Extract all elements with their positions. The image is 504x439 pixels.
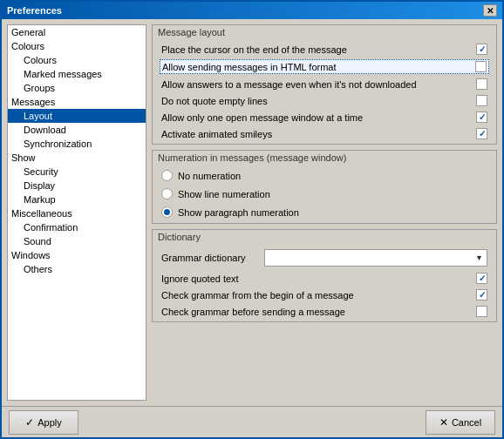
sidebar-item-misc-sound[interactable]: Sound [8, 234, 146, 248]
main-panel: Message layout Place the cursor on the e… [152, 24, 497, 401]
layout-checkbox-2[interactable] [476, 78, 487, 90]
preferences-window: Preferences ✕ GeneralColoursColoursMarke… [0, 0, 504, 439]
apply-icon: ✓ [25, 416, 34, 429]
dict-checkbox-2[interactable] [476, 306, 487, 317]
sidebar-item-colours[interactable]: Colours [8, 39, 146, 53]
cancel-icon: ✕ [439, 416, 448, 429]
sidebar-item-colours-marked[interactable]: Marked messages [8, 67, 146, 81]
numeration-section: Numeration in messages (message window) … [152, 150, 497, 224]
numeration-row-2: Show paragraph numeration [160, 205, 489, 220]
apply-label: Apply [37, 417, 62, 428]
sidebar-item-messages-layout[interactable]: Layout [8, 109, 146, 123]
numeration-radio-2[interactable] [161, 206, 173, 218]
sidebar-item-messages-download[interactable]: Download [8, 123, 146, 137]
dict-row-0: Ignore quoted text [160, 272, 489, 285]
layout-label-5: Activate animated smileys [161, 129, 476, 139]
sidebar-item-general[interactable]: General [8, 25, 146, 39]
sidebar-item-messages[interactable]: Messages [8, 95, 146, 109]
dict-row-2: Check grammar before sending a message [160, 305, 489, 318]
layout-checkbox-0[interactable] [476, 44, 487, 55]
window-title: Preferences [7, 5, 62, 16]
sidebar-item-show-display[interactable]: Display [8, 179, 146, 192]
numeration-radio-0[interactable] [161, 170, 173, 181]
dictionary-items: Grammar dictionary▼Ignore quoted textChe… [153, 244, 496, 321]
sidebar-item-misc[interactable]: Miscellaneous [8, 206, 146, 220]
sidebar-item-misc-confirm[interactable]: Confirmation [8, 220, 146, 234]
cancel-button[interactable]: ✕ Cancel [426, 410, 495, 435]
layout-row-3: Do not quote empty lines [160, 94, 489, 107]
sidebar-item-windows-others[interactable]: Others [8, 262, 146, 276]
message-layout-title: Message layout [153, 25, 496, 39]
layout-checkbox-4[interactable] [476, 111, 487, 123]
apply-button[interactable]: ✓ Apply [9, 410, 78, 435]
footer: ✓ Apply ✕ Cancel [2, 406, 502, 437]
dict-checkbox-1[interactable] [476, 289, 487, 301]
title-bar: Preferences ✕ [2, 2, 502, 19]
sidebar-item-windows[interactable]: Windows [8, 248, 146, 262]
numeration-items: No numerationShow line numerationShow pa… [153, 165, 496, 223]
layout-checkbox-3[interactable] [476, 95, 487, 106]
sidebar: GeneralColoursColoursMarked messagesGrou… [7, 24, 146, 401]
dictionary-title: Dictionary [153, 230, 496, 244]
layout-label-2: Allow answers to a message even when it'… [161, 79, 476, 90]
dictionary-section: Dictionary Grammar dictionary▼Ignore quo… [152, 229, 497, 322]
numeration-label-1: Show line numeration [178, 189, 487, 199]
layout-row-2: Allow answers to a message even when it'… [160, 78, 489, 91]
layout-row-4: Allow only one open message window at a … [160, 111, 489, 124]
numeration-radio-1[interactable] [161, 188, 173, 199]
layout-checkbox-5[interactable] [476, 128, 487, 139]
grammar-row: Grammar dictionary▼ [160, 247, 489, 268]
cancel-label: Cancel [452, 417, 481, 428]
numeration-row-1: Show line numeration [160, 186, 489, 201]
numeration-label-2: Show paragraph numeration [178, 207, 487, 218]
dict-label-2: Check grammar before sending a message [161, 307, 476, 317]
sidebar-item-show[interactable]: Show [8, 151, 146, 165]
layout-row-1: Allow sending messages in HTML format [160, 59, 489, 74]
sidebar-item-show-markup[interactable]: Markup [8, 192, 146, 206]
sidebar-item-colours-groups[interactable]: Groups [8, 81, 146, 95]
sidebar-item-colours-colours[interactable]: Colours [8, 53, 146, 67]
close-button[interactable]: ✕ [483, 4, 497, 17]
dict-label-1: Check grammar from the begin of a messag… [161, 290, 476, 301]
layout-label-0: Place the cursor on the end of the messa… [161, 44, 476, 55]
layout-label-4: Allow only one open message window at a … [161, 112, 476, 123]
layout-label-1: Allow sending messages in HTML format [162, 62, 475, 72]
dict-row-1: Check grammar from the begin of a messag… [160, 288, 489, 301]
layout-row-0: Place the cursor on the end of the messa… [160, 43, 489, 56]
layout-checkbox-1[interactable] [475, 61, 487, 72]
message-layout-items: Place the cursor on the end of the messa… [153, 39, 496, 144]
sidebar-item-messages-sync[interactable]: Synchronization [8, 137, 146, 151]
layout-label-3: Do not quote empty lines [161, 96, 476, 106]
dropdown-arrow-icon: ▼ [475, 253, 483, 262]
dict-checkbox-0[interactable] [476, 273, 487, 284]
dict-label-0: Ignore quoted text [161, 274, 476, 284]
layout-row-5: Activate animated smileys [160, 127, 489, 140]
message-layout-section: Message layout Place the cursor on the e… [152, 24, 497, 145]
numeration-title: Numeration in messages (message window) [153, 151, 496, 165]
grammar-dropdown[interactable]: ▼ [264, 249, 487, 267]
numeration-row-0: No numeration [160, 168, 489, 183]
numeration-label-0: No numeration [178, 171, 487, 181]
grammar-label: Grammar dictionary [161, 253, 257, 263]
sidebar-item-show-security[interactable]: Security [8, 165, 146, 179]
main-content: GeneralColoursColoursMarked messagesGrou… [2, 19, 502, 406]
